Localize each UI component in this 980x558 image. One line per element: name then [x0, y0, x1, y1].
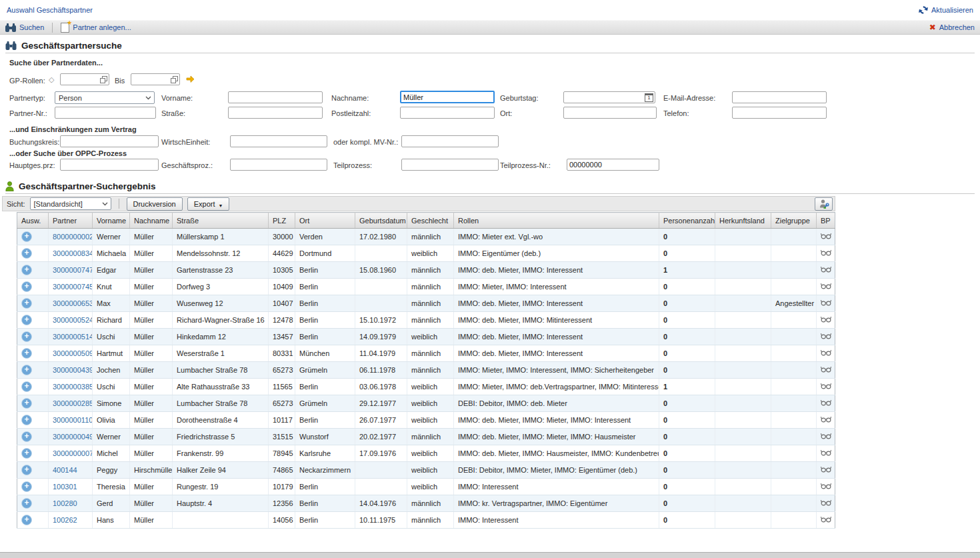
expand-row-button[interactable]: + [21, 481, 32, 492]
expand-row-button[interactable]: + [21, 381, 32, 392]
expand-row-button[interactable]: + [21, 365, 32, 375]
telefon-field[interactable] [732, 107, 827, 119]
vorname-field[interactable] [228, 91, 323, 103]
email-field[interactable] [732, 91, 827, 103]
column-header-vorname[interactable]: Vorname [93, 213, 130, 229]
partner-link[interactable]: 3000000007 [53, 449, 93, 457]
column-header-strasse[interactable]: Straße [173, 213, 269, 229]
partner-link[interactable]: 3000000653 [53, 299, 93, 307]
expand-row-button[interactable]: + [21, 315, 32, 325]
partner-link[interactable]: 8000000002 [53, 233, 93, 241]
bp-display-button[interactable] [821, 416, 831, 424]
partner-link[interactable]: 3000000110 [53, 416, 93, 424]
column-header-geschlecht[interactable]: Geschlecht [407, 213, 454, 229]
partner-link[interactable]: 3000000514 [53, 333, 93, 341]
bp-display-button[interactable] [821, 266, 831, 274]
bp-display-button[interactable] [821, 316, 831, 324]
partner-link[interactable]: 3000000834 [53, 249, 93, 257]
geschaeftsproz-field[interactable] [230, 159, 327, 171]
hauptgesprz-field[interactable] [60, 159, 159, 171]
expand-row-button[interactable]: + [21, 465, 32, 475]
expand-row-button[interactable]: + [21, 248, 32, 259]
bp-display-button[interactable] [821, 433, 831, 441]
calendar-icon[interactable]: 1 [645, 93, 653, 102]
column-header-bp[interactable]: BP [817, 213, 835, 229]
partner-link[interactable]: 3000000509 [53, 349, 93, 357]
strasse-field[interactable] [228, 107, 323, 119]
bottom-scrollbar-track[interactable] [0, 552, 980, 558]
column-header-herkunftsland[interactable]: Herkunftsland [715, 213, 771, 229]
expand-row-button[interactable]: + [21, 231, 32, 242]
expand-row-button[interactable]: + [21, 331, 32, 342]
bp-display-button[interactable] [821, 499, 831, 507]
geburtstag-field[interactable]: 1 [563, 91, 655, 103]
bp-display-button[interactable] [821, 366, 831, 374]
column-header-nachname[interactable]: Nachname [130, 213, 173, 229]
column-header-plz[interactable]: PLZ [269, 213, 295, 229]
postleitzahl-field[interactable] [400, 107, 495, 119]
teilprozess-field[interactable] [401, 159, 499, 171]
buchungskreis-field[interactable] [60, 135, 159, 147]
partner-link[interactable]: 100301 [53, 483, 77, 491]
expand-row-button[interactable]: + [21, 398, 32, 409]
column-header-personenanzahl[interactable]: Personenanzahl [659, 213, 715, 229]
mvnr-field[interactable] [401, 135, 499, 147]
partner-link[interactable]: 3000000439 [53, 366, 93, 374]
bp-display-button[interactable] [821, 449, 831, 457]
print-version-button[interactable]: Druckversion [127, 197, 183, 211]
breadcrumb[interactable]: Auswahl Geschäftspartner [7, 6, 93, 14]
partner-link[interactable]: 3000000385 [53, 383, 93, 391]
column-header-ort[interactable]: Ort [295, 213, 355, 229]
expand-row-button[interactable]: + [21, 515, 32, 525]
expand-row-button[interactable]: + [21, 281, 32, 292]
expand-row-button[interactable]: + [21, 415, 32, 425]
partner-link[interactable]: 100280 [53, 499, 77, 507]
bp-display-button[interactable] [821, 233, 831, 241]
table-settings-button[interactable] [815, 197, 833, 211]
bp-display-button[interactable] [821, 516, 831, 524]
column-header-partner[interactable]: Partner [49, 213, 93, 229]
expand-row-button[interactable]: + [21, 265, 32, 275]
bp-display-button[interactable] [821, 283, 831, 291]
multi-value-icon[interactable] [100, 76, 107, 83]
bp-display-button[interactable] [821, 383, 831, 391]
expand-row-button[interactable]: + [21, 348, 32, 359]
gp-rollen-from-field[interactable] [60, 73, 109, 85]
refresh-button[interactable]: Aktualisieren [919, 5, 973, 15]
expand-row-button[interactable]: + [21, 498, 32, 509]
partnernr-field[interactable] [55, 107, 156, 119]
apply-arrow-icon[interactable] [186, 75, 195, 83]
column-header-geburtsdatum[interactable]: Geburtsdatum [355, 213, 407, 229]
search-button[interactable]: Suchen [5, 23, 44, 32]
partner-link[interactable]: 3000000285 [53, 399, 93, 407]
cancel-button[interactable]: ✖ Abbrechen [929, 23, 975, 31]
teilprozessnr-field[interactable] [567, 159, 659, 171]
bp-display-button[interactable] [821, 466, 831, 474]
sicht-select[interactable]: [Standardsicht] [30, 197, 111, 210]
partner-link[interactable]: 3000000747 [53, 266, 93, 274]
export-button[interactable]: Export ▼ [187, 197, 230, 211]
expand-row-button[interactable]: + [21, 298, 32, 309]
wirtscheinheit-field[interactable] [230, 135, 327, 147]
partner-link[interactable]: 100262 [53, 516, 77, 524]
column-header-ausw[interactable]: Ausw. [17, 213, 49, 229]
partner-link[interactable]: 3000000049 [53, 433, 93, 441]
create-partner-button[interactable]: Partner anlegen... [61, 23, 131, 33]
column-header-zielgruppe[interactable]: Zielgruppe [771, 213, 817, 229]
bp-display-button[interactable] [821, 249, 831, 257]
partner-link[interactable]: 400144 [53, 466, 77, 474]
bp-display-button[interactable] [821, 333, 831, 341]
bp-display-button[interactable] [821, 299, 831, 307]
multi-value-icon[interactable] [171, 76, 178, 83]
expand-row-button[interactable]: + [21, 431, 32, 442]
ort-field[interactable] [563, 107, 657, 119]
partner-link[interactable]: 3000000524 [53, 316, 93, 324]
bp-display-button[interactable] [821, 483, 831, 491]
gp-rollen-to-field[interactable] [131, 73, 180, 85]
expand-row-button[interactable]: + [21, 448, 32, 459]
bp-display-button[interactable] [821, 349, 831, 357]
bp-display-button[interactable] [821, 399, 831, 407]
nachname-field[interactable] [400, 91, 495, 103]
partner-link[interactable]: 3000000745 [53, 283, 93, 291]
column-header-rollen[interactable]: Rollen [454, 213, 659, 229]
